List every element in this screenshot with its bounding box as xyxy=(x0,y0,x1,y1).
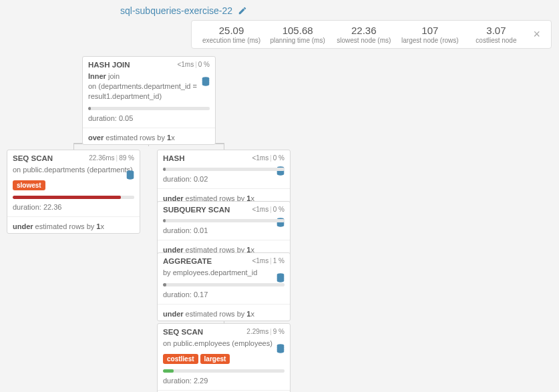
node-duration: duration: 2.29 xyxy=(158,374,290,387)
summary-label: execution time (ms) xyxy=(198,37,264,44)
node-meta: 2.29ms|9 % xyxy=(246,328,285,336)
node-title: HASH xyxy=(163,154,185,162)
node-estimate: over estimated rows by 1x xyxy=(83,131,215,144)
node-detail: on public.departments (departments) xyxy=(7,165,140,178)
database-icon xyxy=(276,273,285,282)
badge-slowest: slowest xyxy=(13,180,45,190)
node-hash-join[interactable]: HASH JOIN <1ms|0 % Inner join on (depart… xyxy=(82,56,216,145)
node-detail: on public.employees (employees) xyxy=(158,339,290,351)
edit-icon[interactable] xyxy=(238,6,247,15)
plan-canvas: HASH JOIN <1ms|0 % Inner join on (depart… xyxy=(0,56,559,390)
summary-largest-node: 107 largest node (rows) xyxy=(397,25,463,44)
progress-bar xyxy=(88,107,210,110)
database-icon xyxy=(126,170,134,180)
badge-largest: largest xyxy=(200,354,230,364)
node-meta: <1ms|0 % xyxy=(252,206,285,214)
node-subquery-scan[interactable]: SUBQUERY SCAN <1ms|0 % duration: 0.01 un… xyxy=(157,201,291,257)
node-title: SEQ SCAN xyxy=(163,328,203,336)
summary-bar: 25.09 execution time (ms) 105.68 plannin… xyxy=(191,20,552,49)
summary-label: costliest node xyxy=(463,37,529,44)
node-meta: <1ms|0 % xyxy=(252,154,285,162)
summary-value: 3.07 xyxy=(463,25,529,36)
node-seq-scan-departments[interactable]: SEQ SCAN 22.36ms|89 % on public.departme… xyxy=(7,150,140,234)
summary-slowest-node: 22.36 slowest node (ms) xyxy=(331,25,397,44)
node-title: AGGREGATE xyxy=(163,257,212,265)
node-duration: duration: 0.05 xyxy=(83,112,215,125)
node-duration: duration: 0.02 xyxy=(158,172,290,186)
node-seq-scan-employees[interactable]: SEQ SCAN 2.29ms|9 % on public.employees … xyxy=(157,323,291,392)
summary-label: planning time (ms) xyxy=(264,37,331,44)
node-detail: by employees.department_id xyxy=(158,268,290,280)
summary-value: 22.36 xyxy=(331,25,397,36)
summary-value: 25.09 xyxy=(198,25,264,36)
database-icon xyxy=(276,344,285,353)
summary-label: slowest node (ms) xyxy=(331,37,397,44)
node-title: HASH JOIN xyxy=(88,61,130,69)
node-meta: <1ms|0 % xyxy=(177,61,210,69)
summary-value: 105.68 xyxy=(264,25,331,36)
progress-bar xyxy=(13,196,134,199)
summary-planning-time: 105.68 planning time (ms) xyxy=(264,25,331,44)
progress-bar xyxy=(163,219,285,222)
connector xyxy=(224,143,224,150)
progress-bar xyxy=(163,283,285,286)
node-hash[interactable]: HASH <1ms|0 % duration: 0.02 under estim… xyxy=(157,150,291,206)
summary-value: 107 xyxy=(397,25,463,36)
connector xyxy=(73,143,74,150)
node-title: SUBQUERY SCAN xyxy=(163,206,230,214)
summary-execution-time: 25.09 execution time (ms) xyxy=(198,25,264,44)
node-meta: <1ms|1 % xyxy=(252,257,285,265)
badges: costliestlargest xyxy=(158,351,290,367)
node-duration: duration: 0.17 xyxy=(158,288,290,301)
node-meta: 22.36ms|89 % xyxy=(89,154,134,162)
close-icon[interactable]: × xyxy=(529,27,544,41)
badge-costliest: costliest xyxy=(163,354,198,364)
badges: slowest xyxy=(7,178,140,193)
progress-bar xyxy=(163,369,285,373)
summary-costliest-node: 3.07 costliest node xyxy=(463,25,529,44)
page-title: sql-subqueries-exercise-22 xyxy=(120,5,232,16)
summary-label: largest node (rows) xyxy=(397,37,463,44)
node-duration: duration: 0.01 xyxy=(158,224,290,237)
progress-bar xyxy=(163,168,285,171)
node-detail: Inner join on (departments.department_id… xyxy=(83,71,215,104)
node-aggregate[interactable]: AGGREGATE <1ms|1 % by employees.departme… xyxy=(157,252,291,321)
page-title-bar: sql-subqueries-exercise-22 xyxy=(120,5,247,16)
database-icon xyxy=(202,77,210,86)
node-estimate: under estimated rows by 1x xyxy=(7,220,140,233)
node-title: SEQ SCAN xyxy=(13,154,53,162)
node-estimate: under estimated rows by 1x xyxy=(158,307,290,321)
node-duration: duration: 22.36 xyxy=(7,200,140,214)
